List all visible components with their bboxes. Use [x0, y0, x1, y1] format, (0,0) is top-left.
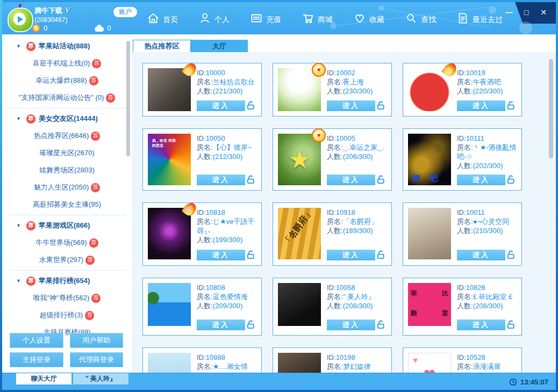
nav-item-search[interactable]: 查找: [403, 9, 437, 27]
main-tab-hall[interactable]: 大厅: [191, 40, 248, 52]
room-thumbnail[interactable]: [278, 68, 321, 111]
sidebar-item[interactable]: "支持国家清网运动公告" (0)荐: [2, 89, 132, 106]
room-thumbnail[interactable]: [148, 68, 191, 111]
room-id: ID:10019: [457, 68, 517, 77]
field-value: 10005: [336, 134, 355, 142]
room-actions: 进入: [327, 100, 387, 111]
lock-open-icon[interactable]: [375, 100, 387, 111]
room-thumbnail[interactable]: 菲 比 殿 堂: [408, 283, 451, 326]
sidebar-item[interactable]: 超级排行榜(3)荐: [2, 307, 132, 324]
enter-button[interactable]: 进入: [457, 250, 505, 260]
enter-button[interactable]: 进入: [327, 100, 375, 111]
lock-open-icon[interactable]: [505, 100, 517, 111]
sidebar-item[interactable]: 高薪招募美女主播(95): [2, 196, 132, 213]
app-logo[interactable]: [6, 3, 32, 32]
sidebar-scrollbar[interactable]: [126, 41, 130, 156]
room-thumbnail[interactable]: [278, 283, 321, 326]
main-tab-hot-recommend[interactable]: 热点推荐区: [133, 40, 191, 52]
room-actions: 进入: [457, 100, 517, 111]
sidebar-item[interactable]: 热点推荐区(6646)荐: [2, 127, 132, 144]
sidebar-item[interactable]: 璀璨星光区(2670): [2, 144, 132, 162]
sidebar-item[interactable]: 魅力人生区(2050)荐: [2, 179, 132, 196]
sidebar-group-header[interactable]: ▼荐苹果游戏区(866): [2, 217, 132, 234]
sidebar-item[interactable]: 牛牛世界场(569)荐: [2, 234, 132, 251]
enter-button[interactable]: 进入: [327, 175, 375, 185]
lock-open-icon[interactable]: [375, 249, 387, 260]
field-label: ID:: [327, 353, 336, 361]
room-name: 房名:じ★ve千語千尋ぃ: [197, 217, 256, 235]
sidebar-item[interactable]: 幸运大爆炸(888)荐: [2, 72, 132, 89]
field-value: ★....湘女情: [213, 362, 248, 371]
sidebar-item[interactable]: 喜迎手机端上线(0)荐: [2, 55, 132, 72]
lock-open-icon[interactable]: [505, 249, 517, 260]
bottom-tab-1[interactable]: " 美人吟』: [73, 373, 128, 384]
enter-button[interactable]: 进入: [197, 100, 245, 111]
nav-item-favorite[interactable]: 收藏: [352, 9, 385, 27]
bottom-tab-0[interactable]: 聊天大厅: [16, 373, 71, 384]
content-scrollbar[interactable]: [549, 59, 553, 158]
maximize-button[interactable]: □: [521, 8, 531, 17]
decor-circle: [519, 21, 532, 34]
room-thumbnail[interactable]: [278, 353, 321, 373]
field-label: 人数:: [327, 227, 343, 235]
enter-button[interactable]: 进入: [327, 250, 375, 260]
room-thumbnail[interactable]: 酒 吧: [408, 134, 451, 185]
sidebar-item[interactable]: 水果世界(297)荐: [2, 251, 132, 268]
sidebar-item[interactable]: 唯我"神"尊榜(562)荐: [2, 289, 132, 307]
sidebar-group-header[interactable]: ▼荐苹果排行榜(654): [2, 272, 132, 289]
room-count: 人数:(212/300): [197, 152, 256, 161]
minimize-button[interactable]: —: [504, 8, 514, 17]
enter-button[interactable]: 进入: [457, 175, 505, 185]
enter-button[interactable]: 进入: [457, 100, 505, 111]
sidebar-item[interactable]: 炫舞秀场区(2803): [2, 162, 132, 179]
account-button[interactable]: 账户: [113, 7, 137, 17]
room-thumbnail[interactable]: 「名爵府」: [278, 208, 321, 259]
lock-open-icon[interactable]: [245, 100, 256, 111]
room-thumbnail[interactable]: [408, 208, 451, 259]
vip-mark: V: [65, 6, 70, 14]
nav-item-recent[interactable]: 最近去过: [455, 9, 504, 27]
enter-button[interactable]: 进入: [327, 320, 375, 330]
lock-open-icon[interactable]: [375, 319, 387, 330]
personal-settings-button[interactable]: 个人设置: [10, 333, 63, 348]
lock-open-icon[interactable]: [505, 174, 517, 185]
sidebar-group-header[interactable]: ▼荐美女交友区(14444): [2, 110, 132, 127]
lock-open-icon[interactable]: [245, 319, 256, 330]
sidebar-group-header[interactable]: ▼荐苹果站活动(888): [2, 38, 132, 55]
agent-login-button[interactable]: 代理商登录: [70, 352, 124, 367]
enter-button[interactable]: 进入: [197, 320, 245, 330]
lock-open-icon[interactable]: [375, 174, 387, 185]
field-label: 房名:: [197, 362, 213, 371]
room-name: 房名:梦幻旋律: [327, 362, 387, 371]
nav-item-recharge[interactable]: 充值: [248, 9, 282, 27]
field-label: 房名:: [327, 362, 343, 371]
enter-button[interactable]: 进入: [197, 175, 245, 185]
field-value: 10808: [206, 284, 225, 292]
close-button[interactable]: ✕: [539, 8, 548, 17]
room-card: HOTID:10818房名:じ★ve千語千尋ぃ人数:(199/300)进入: [142, 202, 262, 266]
user-help-button[interactable]: 用户帮助: [70, 333, 124, 348]
enter-button[interactable]: 进入: [457, 320, 505, 330]
room-count: 人数:(208/300): [327, 301, 387, 310]
nav-item-person[interactable]: 个人: [197, 9, 231, 27]
thumbnail-caption: 「名爵府」: [281, 207, 315, 249]
room-id: ID:10818: [197, 208, 256, 217]
sidebar-item-label: "支持国家清网运动公告" (0): [19, 93, 104, 103]
lock-open-icon[interactable]: [245, 249, 256, 260]
clock-icon: [509, 378, 517, 386]
lock-open-icon[interactable]: [505, 319, 517, 330]
room-thumbnail[interactable]: [148, 283, 191, 326]
room-thumbnail[interactable]: [278, 134, 321, 185]
lock-open-icon[interactable]: [245, 174, 256, 185]
room-card: ID:10000房名:兰桂坊点歌台人数:(221/300)进入: [142, 63, 262, 117]
room-thumbnail[interactable]: HOT: [148, 208, 191, 259]
enter-button[interactable]: 进入: [197, 250, 245, 260]
nav-item-mall[interactable]: 商城: [300, 9, 334, 27]
nav-item-home[interactable]: 首页: [145, 9, 179, 27]
room-thumbnail[interactable]: [148, 353, 191, 373]
host-login-button[interactable]: 主持登录: [10, 352, 63, 367]
field-label: 房名:: [197, 143, 213, 151]
room-thumbnail[interactable]: 风，吹去 对你的思念: [148, 134, 191, 185]
room-thumbnail[interactable]: [408, 68, 451, 111]
room-thumbnail[interactable]: [408, 353, 451, 373]
